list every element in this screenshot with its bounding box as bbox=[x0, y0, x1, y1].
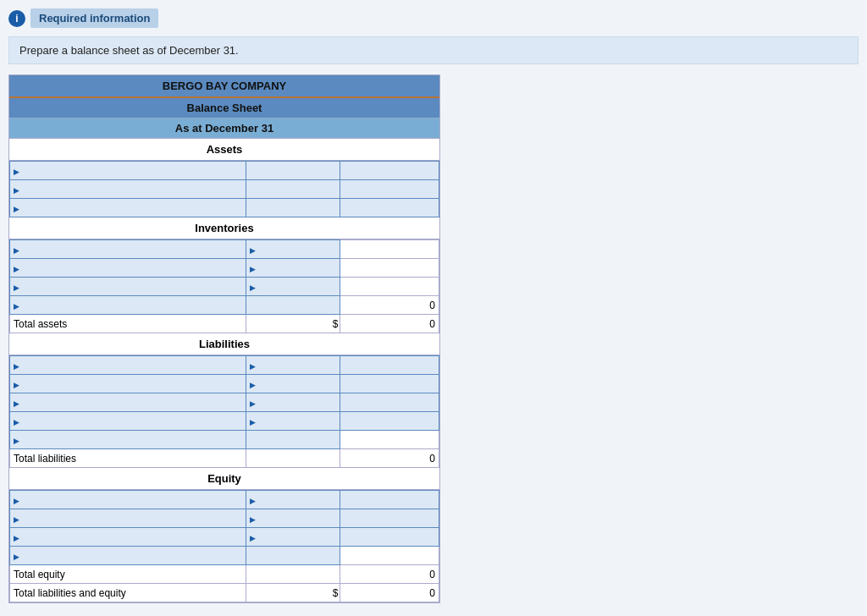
instruction-bar: Prepare a balance sheet as of December 3… bbox=[8, 36, 859, 64]
table-row bbox=[10, 162, 439, 180]
required-info-bar: i Required information bbox=[8, 8, 859, 28]
inventories-header: Inventories bbox=[9, 217, 439, 239]
eq-label-3[interactable] bbox=[10, 528, 246, 547]
asset-right-input-3[interactable] bbox=[340, 199, 439, 217]
liab-label-3[interactable] bbox=[10, 393, 246, 412]
total-assets-value: 0 bbox=[340, 315, 439, 333]
total-assets-dollar: $ bbox=[246, 315, 340, 333]
liab-right-4[interactable] bbox=[340, 412, 439, 431]
asset-label-input-3[interactable] bbox=[10, 199, 246, 217]
table-row bbox=[10, 278, 439, 296]
eq-mid-3[interactable] bbox=[246, 528, 340, 547]
table-row bbox=[10, 199, 439, 217]
total-assets-label: Total assets bbox=[10, 315, 246, 333]
liab-mid-3[interactable] bbox=[246, 393, 340, 412]
table-row bbox=[10, 375, 439, 393]
sheet-title: Balance Sheet bbox=[9, 98, 439, 118]
eq-right-2[interactable] bbox=[340, 509, 439, 528]
grand-total-row: Total liabilities and equity $ 0 bbox=[10, 584, 439, 602]
asset-label-input-1[interactable] bbox=[10, 162, 246, 180]
inv-right-3 bbox=[340, 278, 439, 296]
liabilities-header: Liabilities bbox=[9, 333, 439, 355]
eq-right-1[interactable] bbox=[340, 491, 439, 509]
total-liabilities-empty bbox=[246, 449, 340, 468]
eq-label-4[interactable] bbox=[10, 547, 246, 565]
asset-mid-input-1[interactable] bbox=[246, 162, 340, 180]
total-liabilities-value: 0 bbox=[340, 449, 439, 468]
inventories-table: 0 Total assets $ 0 bbox=[9, 239, 439, 333]
liab-right-5 bbox=[340, 431, 439, 449]
table-row bbox=[10, 528, 439, 547]
equity-header: Equity bbox=[9, 468, 439, 490]
liab-label-1[interactable] bbox=[10, 356, 246, 375]
info-icon: i bbox=[8, 10, 25, 27]
eq-label-1[interactable] bbox=[10, 491, 246, 509]
liab-mid-5[interactable] bbox=[246, 431, 340, 449]
liab-right-2[interactable] bbox=[340, 375, 439, 393]
total-assets-row: Total assets $ 0 bbox=[10, 315, 439, 333]
inv-mid-input-1[interactable] bbox=[246, 240, 340, 259]
liabilities-table: Total liabilities 0 bbox=[9, 355, 439, 468]
table-row bbox=[10, 547, 439, 565]
balance-sheet-container: BERGO BAY COMPANY Balance Sheet As at De… bbox=[8, 74, 440, 603]
grand-total-value: 0 bbox=[340, 584, 439, 602]
eq-label-2[interactable] bbox=[10, 509, 246, 528]
asset-label-input-2[interactable] bbox=[10, 180, 246, 199]
grand-total-label: Total liabilities and equity bbox=[10, 584, 246, 602]
assets-header: Assets bbox=[9, 139, 439, 161]
eq-right-3[interactable] bbox=[340, 528, 439, 547]
inv-label-input-3[interactable] bbox=[10, 278, 246, 296]
grand-total-dollar: $ bbox=[246, 584, 340, 602]
table-row bbox=[10, 180, 439, 199]
table-row: 0 bbox=[10, 296, 439, 315]
liab-right-1[interactable] bbox=[340, 356, 439, 375]
total-equity-row: Total equity 0 bbox=[10, 565, 439, 584]
required-label: Required information bbox=[30, 8, 158, 28]
inv-subtotal: 0 bbox=[340, 296, 439, 315]
total-liabilities-label: Total liabilities bbox=[10, 449, 246, 468]
liab-mid-1[interactable] bbox=[246, 356, 340, 375]
table-row bbox=[10, 240, 439, 259]
instruction-text: Prepare a balance sheet as of December 3… bbox=[19, 44, 239, 57]
inv-mid-input-3[interactable] bbox=[246, 278, 340, 296]
table-row bbox=[10, 393, 439, 412]
eq-mid-1[interactable] bbox=[246, 491, 340, 509]
liab-label-4[interactable] bbox=[10, 412, 246, 431]
table-row bbox=[10, 491, 439, 509]
inv-label-input-1[interactable] bbox=[10, 240, 246, 259]
total-liabilities-row: Total liabilities 0 bbox=[10, 449, 439, 468]
inv-label-input-2[interactable] bbox=[10, 259, 246, 278]
eq-mid-4[interactable] bbox=[246, 547, 340, 565]
table-row bbox=[10, 509, 439, 528]
eq-mid-2[interactable] bbox=[246, 509, 340, 528]
inv-label-input-4[interactable] bbox=[10, 296, 246, 315]
sheet-date: As at December 31 bbox=[9, 118, 439, 139]
liab-mid-2[interactable] bbox=[246, 375, 340, 393]
total-equity-label: Total equity bbox=[10, 565, 246, 584]
table-row bbox=[10, 356, 439, 375]
table-row bbox=[10, 412, 439, 431]
total-equity-value: 0 bbox=[340, 565, 439, 584]
table-row bbox=[10, 259, 439, 278]
asset-right-input-1[interactable] bbox=[340, 162, 439, 180]
inv-mid-input-4[interactable] bbox=[246, 296, 340, 315]
asset-mid-input-2[interactable] bbox=[246, 180, 340, 199]
asset-mid-input-3[interactable] bbox=[246, 199, 340, 217]
liab-mid-4[interactable] bbox=[246, 412, 340, 431]
table-row bbox=[10, 431, 439, 449]
asset-right-input-2[interactable] bbox=[340, 180, 439, 199]
liab-label-5[interactable] bbox=[10, 431, 246, 449]
eq-right-4 bbox=[340, 547, 439, 565]
assets-table bbox=[9, 161, 439, 217]
company-name: BERGO BAY COMPANY bbox=[9, 75, 439, 98]
total-equity-empty bbox=[246, 565, 340, 584]
liab-right-3[interactable] bbox=[340, 393, 439, 412]
inv-mid-input-2[interactable] bbox=[246, 259, 340, 278]
liab-label-2[interactable] bbox=[10, 375, 246, 393]
inv-right-1 bbox=[340, 240, 439, 259]
inv-right-2 bbox=[340, 259, 439, 278]
equity-table: Total equity 0 Total liabilities and equ… bbox=[9, 490, 439, 602]
